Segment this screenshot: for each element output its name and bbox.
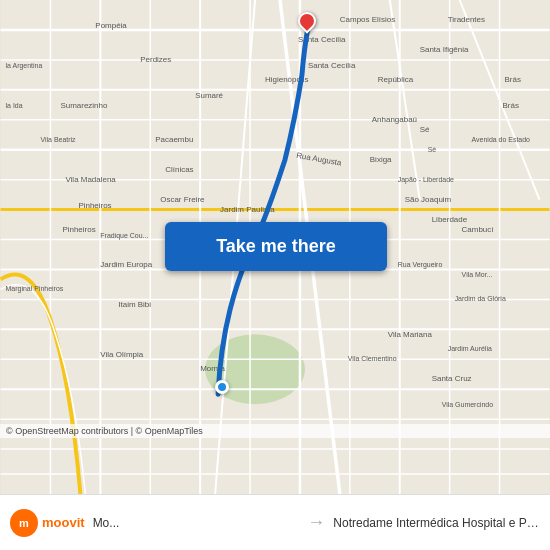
svg-text:Brás: Brás bbox=[505, 75, 521, 84]
svg-text:Vila Beatriz: Vila Beatriz bbox=[40, 136, 76, 143]
svg-text:Santa Cecília: Santa Cecília bbox=[308, 61, 356, 70]
svg-text:Jardim Europa: Jardim Europa bbox=[100, 260, 152, 269]
svg-text:Itaim Bibi: Itaim Bibi bbox=[118, 300, 151, 309]
svg-text:Vila Gumercindo: Vila Gumercindo bbox=[442, 401, 494, 408]
svg-text:Santa Cecília: Santa Cecília bbox=[298, 35, 346, 44]
svg-text:Oscar Freire: Oscar Freire bbox=[160, 195, 205, 204]
svg-text:Sumaré: Sumaré bbox=[195, 91, 223, 100]
svg-text:Sé: Sé bbox=[420, 125, 430, 134]
svg-text:São Joaquim: São Joaquim bbox=[405, 195, 452, 204]
svg-text:Brás: Brás bbox=[503, 101, 519, 110]
svg-text:la Ida: la Ida bbox=[6, 102, 23, 109]
svg-text:Campos Elísios: Campos Elísios bbox=[340, 15, 395, 24]
svg-text:Fradique Cou...: Fradique Cou... bbox=[100, 232, 148, 240]
arrow-right-icon: → bbox=[307, 512, 325, 533]
svg-text:Santa Cruz: Santa Cruz bbox=[432, 374, 472, 383]
map-area: Pompéia Perdizes la Argentina la Ida Sum… bbox=[0, 0, 550, 494]
svg-text:Higienópolis: Higienópolis bbox=[265, 75, 308, 84]
destination-label: Notredame Intermédica Hospital e Pronto … bbox=[333, 516, 540, 530]
svg-text:Pompéia: Pompéia bbox=[95, 21, 127, 30]
svg-text:Jardim Paulista: Jardim Paulista bbox=[220, 205, 275, 214]
origin-label: Mo... bbox=[93, 516, 300, 530]
svg-text:Santa Ifigênia: Santa Ifigênia bbox=[420, 45, 469, 54]
svg-text:Jardim da Glória: Jardim da Glória bbox=[455, 295, 506, 302]
svg-text:Sumarezinho: Sumarezinho bbox=[60, 101, 108, 110]
origin-marker bbox=[215, 380, 229, 394]
svg-text:Sé: Sé bbox=[428, 146, 437, 153]
svg-text:República: República bbox=[378, 75, 414, 84]
svg-text:Vila Madalena: Vila Madalena bbox=[65, 175, 116, 184]
svg-text:Marginal Pinheiros: Marginal Pinheiros bbox=[6, 285, 64, 293]
svg-text:Rua Vergueiro: Rua Vergueiro bbox=[398, 261, 443, 269]
svg-text:Vila Olímpia: Vila Olímpia bbox=[100, 350, 143, 359]
svg-text:Pinheiros: Pinheiros bbox=[62, 225, 95, 234]
moovit-icon: m bbox=[10, 509, 38, 537]
svg-text:Pinheiros: Pinheiros bbox=[78, 201, 111, 210]
app-container: Pompéia Perdizes la Argentina la Ida Sum… bbox=[0, 0, 550, 550]
svg-text:la Argentina: la Argentina bbox=[6, 62, 43, 70]
svg-text:Tiradentes: Tiradentes bbox=[448, 15, 485, 24]
map-attribution: © OpenStreetMap contributors | © OpenMap… bbox=[0, 424, 550, 438]
svg-text:Japão - Liberdade: Japão - Liberdade bbox=[398, 176, 454, 184]
svg-text:Perdizes: Perdizes bbox=[140, 55, 171, 64]
svg-text:Jardim Aurélia: Jardim Aurélia bbox=[448, 345, 492, 352]
take-me-there-button[interactable]: Take me there bbox=[165, 222, 387, 271]
svg-text:Cambucí: Cambucí bbox=[462, 225, 495, 234]
svg-text:Bixiga: Bixiga bbox=[370, 155, 392, 164]
svg-text:Vila Mor...: Vila Mor... bbox=[462, 271, 493, 278]
svg-text:Morma: Morma bbox=[200, 364, 225, 373]
moovit-logo: m moovit bbox=[10, 509, 85, 537]
svg-text:Pacaembu: Pacaembu bbox=[155, 135, 193, 144]
svg-text:Anhangabaú: Anhangabaú bbox=[372, 115, 417, 124]
moovit-brand-name: moovit bbox=[42, 515, 85, 530]
destination-marker bbox=[298, 12, 316, 30]
svg-text:Vila Mariana: Vila Mariana bbox=[388, 330, 433, 339]
bottom-navigation-bar: m moovit Mo... → Notredame Intermédica H… bbox=[0, 494, 550, 550]
svg-text:Liberdade: Liberdade bbox=[432, 215, 468, 224]
svg-text:Avenida do Estado: Avenida do Estado bbox=[472, 136, 531, 143]
svg-text:Clínicas: Clínicas bbox=[165, 165, 193, 174]
svg-text:Vila Clementino: Vila Clementino bbox=[348, 355, 397, 362]
